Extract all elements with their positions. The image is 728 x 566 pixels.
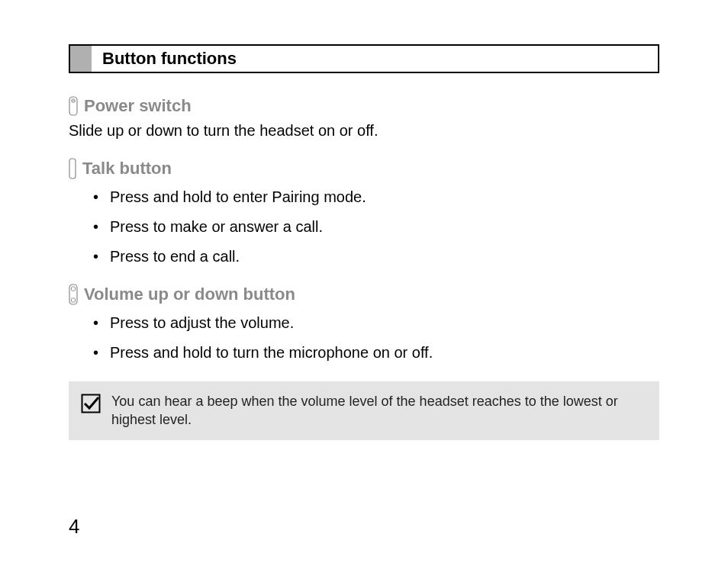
list-item: Press to make or answer a call. [93, 217, 659, 237]
svg-rect-6 [72, 298, 76, 302]
note-text: You can hear a beep when the volume leve… [111, 392, 647, 429]
list-item: Press and hold to turn the microphone on… [93, 342, 659, 363]
section-title: Button functions [92, 46, 658, 72]
volume-button-icon [69, 284, 78, 305]
manual-page: Button functions Power switch Slide up o… [0, 0, 728, 566]
power-switch-icon [69, 96, 78, 116]
power-switch-description: Slide up or down to turn the headset on … [69, 121, 659, 141]
svg-rect-4 [69, 285, 77, 304]
volume-button-list: Press to adjust the volume. Press and ho… [69, 313, 659, 363]
section-title-bar: Button functions [69, 44, 659, 73]
talk-button-heading: Talk button [69, 158, 659, 179]
page-number: 4 [69, 515, 79, 539]
list-item: Press to end a call. [93, 246, 659, 267]
svg-rect-7 [82, 395, 100, 413]
volume-button-heading-text: Volume up or down button [84, 285, 295, 304]
section-title-accent [70, 46, 92, 72]
checkmark-icon [81, 394, 101, 416]
talk-button-list: Press and hold to enter Pairing mode. Pr… [69, 187, 659, 267]
list-item: Press and hold to enter Pairing mode. [93, 187, 659, 207]
talk-button-icon [69, 158, 76, 179]
svg-rect-3 [69, 159, 76, 178]
power-switch-heading: Power switch [69, 96, 659, 116]
power-switch-heading-text: Power switch [84, 96, 192, 116]
talk-button-heading-text: Talk button [82, 159, 172, 178]
svg-rect-0 [69, 97, 77, 115]
list-item: Press to adjust the volume. [93, 313, 659, 333]
svg-rect-5 [72, 287, 76, 291]
volume-button-heading: Volume up or down button [69, 284, 659, 305]
note-box: You can hear a beep when the volume leve… [69, 381, 659, 440]
